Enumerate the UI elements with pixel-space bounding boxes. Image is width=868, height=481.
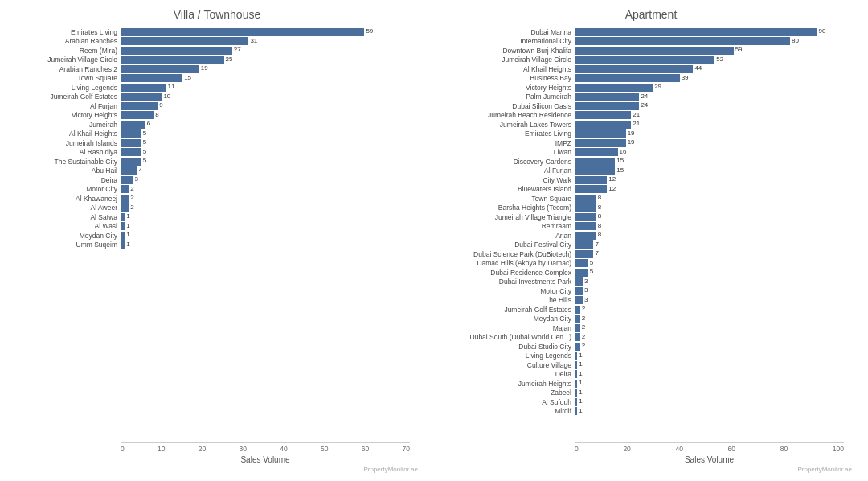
bar-value: 2	[582, 333, 585, 340]
bar-row: 1	[575, 360, 844, 370]
bar-fill	[575, 56, 714, 64]
bar-label: Emirates Living	[8, 27, 121, 37]
bar-label: Deira	[442, 370, 575, 380]
bar-label: Jumeirah Village Circle	[442, 56, 575, 65]
bar-row: 5	[575, 259, 844, 269]
bar-label: Jumeirah Beach Residence	[442, 111, 575, 121]
bar-fill	[575, 343, 580, 351]
bar-value: 11	[168, 83, 175, 90]
bar-row: 21	[575, 120, 844, 130]
bar-value: 8	[598, 212, 601, 220]
bar-fill	[575, 139, 626, 147]
bar-value: 8	[598, 204, 601, 211]
bar-fill	[121, 102, 158, 110]
watermark: PropertyMonitor.ae	[8, 466, 426, 473]
bar-value: 2	[582, 314, 585, 322]
bar-value: 15	[616, 166, 624, 174]
bar-label: Jumeirah Village Circle	[8, 56, 121, 65]
bar-fill	[575, 111, 631, 119]
bar-label: Arabian Ranches	[8, 37, 121, 47]
bar-row: 2	[121, 204, 410, 213]
bar-fill	[575, 250, 593, 258]
bar-fill	[575, 370, 577, 378]
bar-value: 8	[598, 194, 601, 201]
bar-fill	[575, 232, 596, 240]
bar-fill	[575, 148, 618, 156]
bar-label: Discovery Gardens	[442, 157, 575, 166]
axis-tick: 40	[280, 445, 287, 453]
bar-row: 24	[575, 101, 844, 111]
bar-row: 8	[575, 204, 844, 213]
bar-row: 5	[121, 157, 410, 166]
bar-label: Victory Heights	[442, 83, 575, 92]
bar-value: 3	[134, 175, 137, 183]
bar-row: 1	[575, 388, 844, 398]
bar-row: 31	[121, 37, 410, 47]
bar-value: 59	[735, 46, 743, 53]
bar-label: Business Bay	[442, 74, 575, 84]
bar-row: 8	[121, 111, 410, 121]
bar-fill	[575, 185, 607, 193]
bar-value: 6	[147, 120, 150, 127]
bar-value: 10	[163, 92, 170, 100]
bar-value: 15	[616, 157, 624, 164]
x-axis-label: Sales Volume	[575, 455, 844, 464]
bar-fill	[575, 176, 607, 184]
bar-value: 1	[579, 352, 582, 359]
bar-fill	[575, 361, 577, 369]
bar-fill	[121, 232, 125, 240]
bar-fill	[121, 47, 232, 55]
bar-value: 2	[582, 305, 585, 312]
bar-label: Damac Hills (Akoya by Damac)	[442, 259, 575, 269]
bar-value: 4	[139, 166, 142, 174]
bar-label: Dubai Silicon Oasis	[442, 101, 575, 111]
bar-fill	[575, 222, 596, 230]
bar-row: 1	[575, 352, 844, 361]
bar-label: City Walk	[442, 175, 575, 185]
bar-value: 1	[579, 397, 582, 405]
bar-label: Majan	[442, 323, 575, 333]
bar-fill	[575, 278, 583, 286]
bar-label: Liwan	[442, 148, 575, 158]
bar-label: International City	[442, 37, 575, 47]
bar-value: 7	[595, 249, 598, 257]
bar-label: Motor City	[442, 286, 575, 296]
bar-row: 19	[121, 64, 410, 74]
bar-fill	[575, 130, 626, 138]
bar-row: 8	[575, 212, 844, 222]
bar-label: Al Khail Heights	[442, 64, 575, 74]
bar-label: Al Aweer	[8, 204, 121, 213]
bar-row: 3	[575, 296, 844, 306]
bar-row: 8	[575, 231, 844, 240]
bar-fill	[121, 176, 133, 184]
bar-row: 19	[575, 130, 844, 139]
bar-label: Remraam	[442, 222, 575, 232]
bar-fill	[121, 222, 125, 230]
bar-row: 52	[575, 56, 844, 65]
bar-label: Jumeirah	[8, 120, 121, 130]
bar-row: 1	[575, 370, 844, 380]
bar-value: 59	[366, 27, 373, 35]
bar-label: Dubai South (Dubai World Cen...)	[442, 333, 575, 343]
chart-section: Villa / TownhouseEmirates LivingArabian …	[0, 8, 434, 473]
bar-value: 2	[130, 194, 133, 201]
bar-fill	[575, 380, 577, 388]
bar-row: 19	[575, 138, 844, 148]
bar-value: 1	[126, 231, 129, 238]
bar-label: Meydan City	[442, 314, 575, 324]
bar-row: 12	[575, 185, 844, 195]
bar-row: 2	[575, 342, 844, 352]
bar-fill	[575, 84, 653, 92]
bar-fill	[121, 37, 248, 45]
bar-value: 3	[584, 296, 588, 303]
bar-fill	[575, 158, 615, 166]
bar-row: 29	[575, 83, 844, 92]
bar-value: 19	[201, 64, 208, 72]
bar-value: 5	[590, 259, 593, 266]
bar-fill	[121, 28, 364, 36]
bar-label: Living Legends	[8, 83, 121, 92]
bar-value: 7	[595, 240, 598, 248]
bar-row: 1	[121, 231, 410, 240]
bar-label: Barsha Heights (Tecom)	[442, 204, 575, 213]
axis-tick: 40	[675, 445, 682, 453]
